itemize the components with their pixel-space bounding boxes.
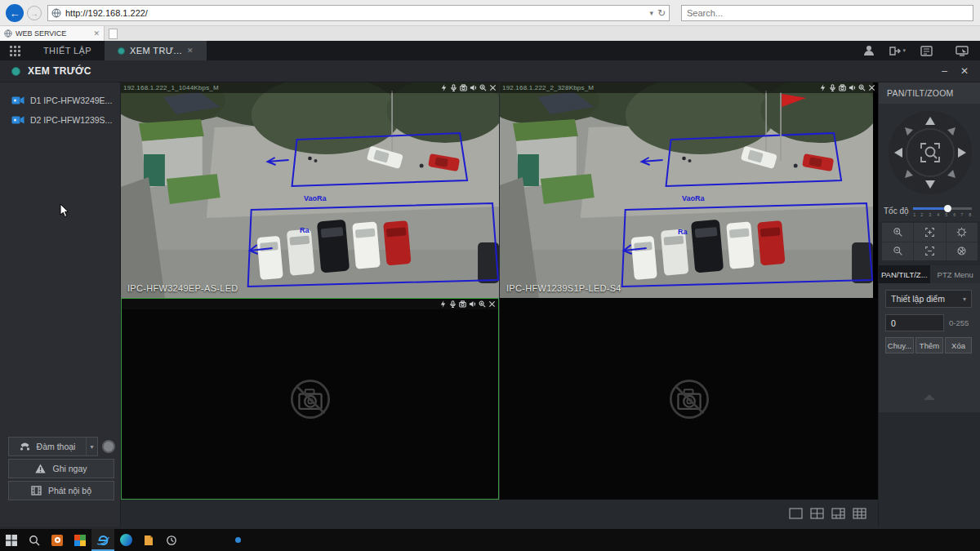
address-dropdown-icon[interactable]: ▾ bbox=[649, 9, 653, 17]
snapshot-icon[interactable] bbox=[459, 300, 466, 308]
talk-icon[interactable] bbox=[449, 300, 457, 308]
fullscreen-monitor-icon[interactable] bbox=[956, 46, 969, 56]
video-title-bar: 192.168.1.222_2_328Kbps_M bbox=[500, 82, 878, 93]
address-bar[interactable]: ▾ ↻ bbox=[47, 5, 670, 21]
preset-add-button[interactable]: Thêm bbox=[915, 337, 943, 353]
video-cell-4[interactable] bbox=[500, 298, 878, 500]
phone-icon bbox=[20, 442, 30, 451]
internet-explorer-icon[interactable] bbox=[91, 529, 114, 551]
stream-info: 192.168.1.222_2_328Kbps_M bbox=[502, 84, 594, 91]
layout-six-icon[interactable] bbox=[831, 508, 845, 519]
app-tab-bar: THIẾT LẬP XEM TRƯ... ✕ ▾ bbox=[0, 41, 980, 60]
search-input[interactable] bbox=[687, 8, 968, 18]
start-button[interactable] bbox=[0, 529, 23, 551]
edge-icon[interactable] bbox=[114, 529, 137, 551]
tab-setup[interactable]: THIẾT LẬP bbox=[30, 41, 105, 60]
no-video-camera-icon bbox=[287, 375, 334, 423]
camera-icon bbox=[11, 115, 24, 125]
page-title: XEM TRƯỚC bbox=[28, 65, 91, 77]
outlook-icon[interactable] bbox=[46, 529, 69, 551]
close-stream-icon[interactable] bbox=[489, 84, 497, 91]
preset-goto-button[interactable]: Chuy... bbox=[885, 337, 914, 353]
camera-item-d2[interactable]: D2 IPC-HFW1239S... bbox=[0, 110, 120, 130]
record-now-button[interactable]: Ghi ngay bbox=[8, 459, 114, 478]
tab-ptz-menu[interactable]: PTZ Menu bbox=[930, 265, 980, 283]
new-tab-button[interactable] bbox=[109, 29, 118, 39]
video-cell-1[interactable]: VaoRa Ra 192.168.1.222_1_1044Kbps_M IPC-… bbox=[121, 82, 499, 298]
camera-icon bbox=[11, 96, 24, 105]
video-cell-3-selected[interactable] bbox=[121, 298, 499, 500]
browser-tab-strip: WEB SERVICE ✕ bbox=[0, 26, 980, 41]
layout-nine-icon[interactable] bbox=[853, 508, 866, 519]
mouse-cursor bbox=[60, 204, 70, 218]
logout-icon[interactable]: ▾ bbox=[889, 46, 906, 56]
talk-status-indicator[interactable] bbox=[102, 440, 115, 453]
page-header: XEM TRƯỚC – ✕ bbox=[0, 60, 980, 82]
no-video-camera-icon bbox=[666, 375, 713, 423]
audio-icon[interactable] bbox=[849, 84, 856, 91]
tab-preview[interactable]: XEM TRƯ... ✕ bbox=[105, 41, 207, 60]
close-stream-icon[interactable] bbox=[868, 84, 875, 91]
ivs-rule-label: Ra bbox=[678, 228, 688, 236]
view-layout-bar bbox=[121, 500, 878, 527]
local-playback-button[interactable]: Phát nội bộ bbox=[8, 481, 114, 500]
refresh-icon[interactable]: ↻ bbox=[657, 7, 666, 19]
layout-quad-icon[interactable] bbox=[810, 508, 824, 519]
url-input[interactable] bbox=[65, 8, 645, 18]
tray-app-icon[interactable] bbox=[235, 537, 241, 543]
speed-slider[interactable]: 12 34 56 78 bbox=[913, 205, 972, 216]
layout-single-icon[interactable] bbox=[789, 508, 803, 519]
focus-far-button[interactable] bbox=[914, 242, 945, 261]
talk-dropdown-icon[interactable]: ▾ bbox=[86, 437, 98, 456]
user-icon[interactable] bbox=[863, 45, 875, 56]
office-icon[interactable] bbox=[69, 529, 91, 551]
digital-zoom-icon[interactable] bbox=[858, 84, 866, 91]
preset-number-input[interactable] bbox=[885, 314, 944, 331]
browser-back-button[interactable]: ← bbox=[6, 4, 24, 22]
snapshot-icon[interactable] bbox=[460, 84, 467, 91]
talk-button[interactable]: Đàm thoại bbox=[8, 437, 87, 456]
digital-zoom-icon[interactable] bbox=[479, 84, 487, 91]
config-icon[interactable] bbox=[920, 46, 933, 56]
zoom-in-button[interactable] bbox=[882, 223, 913, 242]
browser-tab[interactable]: WEB SERVICE ✕ bbox=[0, 26, 105, 41]
ptz-tabs: PAN/TILT/Z... PTZ Menu bbox=[879, 265, 980, 283]
preview-dot-icon bbox=[118, 47, 125, 55]
page-dot-icon bbox=[11, 67, 20, 76]
panel-close-icon[interactable]: ✕ bbox=[960, 65, 969, 77]
zoom-out-button[interactable] bbox=[882, 242, 913, 261]
snapshot-icon[interactable] bbox=[839, 84, 846, 91]
clock-icon[interactable] bbox=[160, 529, 183, 551]
audio-icon[interactable] bbox=[469, 300, 476, 308]
warning-icon bbox=[35, 464, 46, 473]
talk-icon[interactable] bbox=[450, 84, 457, 91]
preset-type-select[interactable]: Thiết lập điểm ▾ bbox=[885, 290, 972, 308]
preset-delete-button[interactable]: Xóa bbox=[945, 337, 972, 353]
digital-zoom-icon[interactable] bbox=[479, 300, 486, 308]
camera-item-d1[interactable]: D1 IPC-HFW3249E... bbox=[0, 91, 120, 110]
focus-near-button[interactable] bbox=[914, 223, 945, 242]
panel-minimize-icon[interactable]: – bbox=[942, 65, 947, 77]
ptz-speed-row: Tốc độ 12 34 56 78 bbox=[879, 200, 980, 221]
audio-icon[interactable] bbox=[470, 84, 477, 91]
tab-pan-tilt[interactable]: PAN/TILT/Z... bbox=[879, 265, 930, 283]
camera-name-overlay: IPC-HFW1239S1P-LED-S4 bbox=[506, 283, 621, 293]
documents-icon[interactable] bbox=[137, 529, 160, 551]
talk-icon[interactable] bbox=[829, 84, 836, 91]
browser-forward-button[interactable]: → bbox=[27, 6, 42, 20]
collapse-up-icon[interactable] bbox=[924, 394, 935, 400]
tab-preview-close-icon[interactable]: ✕ bbox=[187, 47, 194, 55]
close-stream-icon[interactable] bbox=[488, 300, 496, 308]
ptz-direction-wheel[interactable] bbox=[885, 108, 975, 198]
browser-toolbar: ← → ▾ ↻ bbox=[0, 0, 980, 26]
speed-slider-knob[interactable] bbox=[944, 205, 951, 212]
preset-range-hint: 0-255 bbox=[949, 318, 969, 327]
search-box[interactable] bbox=[681, 5, 973, 21]
tab-close-icon[interactable]: ✕ bbox=[93, 29, 100, 38]
taskbar-search-icon[interactable] bbox=[23, 529, 46, 551]
app-menu-grid-icon[interactable] bbox=[0, 41, 30, 60]
ivs-rule-label: Ra bbox=[300, 226, 310, 234]
video-cell-2[interactable]: VaoRa Ra 192.168.1.222_2_328Kbps_M IPC-H… bbox=[500, 82, 878, 298]
iris-close-button[interactable] bbox=[947, 242, 978, 261]
iris-open-button[interactable] bbox=[947, 223, 978, 242]
